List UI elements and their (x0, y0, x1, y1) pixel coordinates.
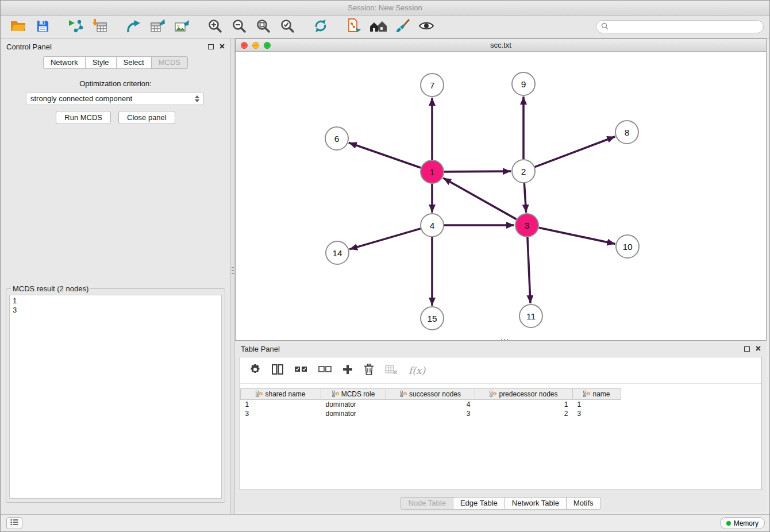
zoom-selected-button[interactable] (275, 17, 299, 37)
node-table: shared nameMCDS rolesuccessor nodesprede… (240, 388, 621, 418)
zoom-in-icon (207, 18, 222, 35)
style-brush-button[interactable] (390, 17, 414, 37)
delete-column-button[interactable] (364, 364, 374, 377)
table-cell[interactable]: 3 (241, 409, 321, 418)
zoom-fit-button[interactable] (251, 17, 275, 37)
apply-layout-button[interactable] (309, 17, 333, 37)
column-type-icon (583, 391, 590, 399)
edge-3-10[interactable] (539, 228, 615, 244)
column-header-mcds-role[interactable]: MCDS role (321, 389, 386, 400)
node-2[interactable]: 2 (512, 160, 535, 183)
tab-motifs[interactable]: Motifs (566, 497, 601, 510)
tab-style[interactable]: Style (85, 56, 117, 69)
export-image-button[interactable] (170, 17, 194, 37)
tab-select[interactable]: Select (116, 56, 152, 69)
node-10[interactable]: 10 (616, 235, 639, 258)
edge-3-1[interactable] (443, 178, 517, 219)
table-row[interactable]: 3dominator323 (241, 409, 621, 418)
window-titlebar: Session: New Session (1, 1, 769, 16)
edge-1-6[interactable] (349, 142, 421, 168)
add-column-button[interactable] (342, 364, 353, 376)
table-header-row: shared nameMCDS rolesuccessor nodesprede… (241, 389, 621, 400)
window-title: Session: New Session (348, 3, 422, 12)
zoom-out-button[interactable] (227, 17, 251, 37)
import-network-icon (68, 18, 83, 35)
tab-network[interactable]: Network (43, 56, 86, 69)
export-network-button[interactable] (121, 17, 145, 37)
close-window-icon[interactable]: × (241, 42, 248, 49)
maximize-window-icon[interactable]: + (264, 42, 271, 49)
select-all-button[interactable] (294, 365, 307, 375)
criterion-dropdown[interactable]: strongly connected component (26, 92, 204, 105)
table-cell[interactable]: 3 (386, 409, 475, 418)
column-header-shared-name[interactable]: shared name (241, 389, 321, 400)
column-header-predecessor-nodes[interactable]: predecessor nodes (475, 389, 573, 400)
node-11[interactable]: 11 (519, 304, 542, 327)
show-columns-button[interactable] (272, 364, 283, 376)
node-9[interactable]: 9 (512, 72, 535, 95)
edge-3-11[interactable] (528, 237, 530, 303)
import-network-button[interactable] (64, 17, 88, 37)
table-panel: Table Panel × (235, 341, 767, 512)
node-label: 15 (427, 314, 437, 323)
panel-splitter[interactable] (230, 38, 235, 515)
function-builder-button[interactable]: f(x) (409, 365, 425, 376)
home-button[interactable] (366, 17, 390, 37)
open-file-button[interactable] (6, 17, 30, 37)
network-canvas[interactable]: 7968124314101511 (236, 52, 766, 340)
save-session-button[interactable] (30, 17, 55, 37)
close-panel-icon[interactable]: × (220, 43, 225, 51)
node-8[interactable]: 8 (615, 121, 638, 144)
export-table-button[interactable] (145, 17, 170, 37)
table-settings-button[interactable] (249, 364, 261, 377)
plus-icon (342, 364, 353, 376)
node-1[interactable]: 1 (421, 160, 444, 183)
zoom-in-button[interactable] (203, 17, 227, 37)
table-cell[interactable]: 1 (475, 400, 573, 409)
search-box[interactable] (596, 20, 764, 33)
show-hide-button[interactable] (414, 17, 438, 37)
column-header-name[interactable]: name (573, 389, 621, 400)
table-cell[interactable]: 4 (386, 400, 475, 409)
node-3[interactable]: 3 (515, 214, 538, 237)
tab-node-table[interactable]: Node Table (401, 497, 453, 510)
graph-svg[interactable]: 7968124314101511 (236, 52, 766, 340)
column-header-successor-nodes[interactable]: successor nodes (386, 389, 475, 400)
table-cell[interactable]: dominator (321, 409, 386, 418)
node-6[interactable]: 6 (325, 127, 348, 150)
table-cell[interactable]: 1 (573, 400, 621, 409)
node-15[interactable]: 15 (421, 307, 444, 330)
mcds-result-text[interactable]: 13 (9, 295, 222, 499)
close-panel-button[interactable]: Close panel (118, 111, 175, 124)
network-document-button[interactable] (342, 17, 366, 37)
import-table-button[interactable] (88, 17, 112, 37)
tab-edge-table[interactable]: Edge Table (453, 497, 505, 510)
node-label: 6 (334, 134, 340, 144)
memory-button[interactable]: Memory (720, 517, 765, 529)
deselect-all-button[interactable] (318, 365, 332, 375)
node-7[interactable]: 7 (421, 74, 444, 97)
table-cell[interactable]: dominator (321, 400, 386, 409)
table-cell[interactable]: 3 (573, 409, 621, 418)
tab-mcds[interactable]: MCDS (151, 56, 188, 69)
run-mcds-button[interactable]: Run MCDS (56, 111, 111, 124)
edge-2-3[interactable] (524, 183, 526, 213)
task-history-button[interactable] (6, 517, 22, 529)
search-input[interactable] (611, 23, 759, 31)
node-4[interactable]: 4 (421, 214, 444, 237)
main-toolbar (1, 16, 769, 38)
close-panel-icon[interactable]: × (756, 345, 761, 353)
delete-table-button[interactable] (385, 364, 398, 376)
edge-4-14[interactable] (349, 229, 421, 249)
node-14[interactable]: 14 (326, 241, 349, 264)
edge-1-2[interactable] (444, 171, 511, 172)
float-panel-icon[interactable] (744, 346, 750, 352)
minimize-window-icon[interactable]: – (252, 42, 259, 49)
table-cell[interactable]: 1 (241, 400, 321, 409)
edge-2-8[interactable] (535, 137, 615, 167)
float-panel-icon[interactable] (208, 44, 214, 49)
table-cell[interactable]: 2 (475, 409, 573, 418)
table-row[interactable]: 1dominator411 (241, 400, 621, 409)
tab-network-table[interactable]: Network Table (505, 497, 567, 510)
application-window: Session: New Session (0, 0, 770, 532)
